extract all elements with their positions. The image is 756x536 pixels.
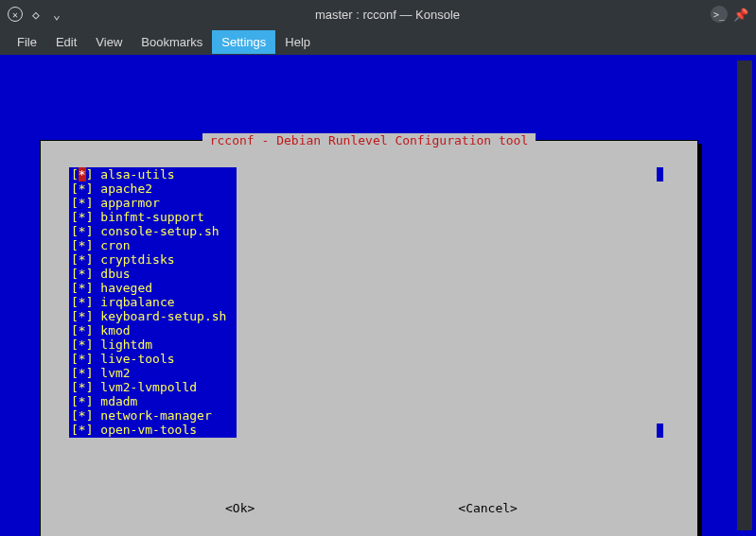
dialog-buttons: <Ok> <Cancel> xyxy=(41,501,697,515)
menubar: File Edit View Bookmarks Settings Help xyxy=(0,28,756,55)
terminal-icon[interactable]: >_ xyxy=(711,6,728,23)
menu-edit[interactable]: Edit xyxy=(46,30,86,54)
titlebar: ✕ ◇ ⌄ master : rcconf — Konsole >_ 📌 xyxy=(0,0,756,28)
titlebar-right-controls: >_ 📌 xyxy=(711,6,748,23)
service-item[interactable]: [*] cron xyxy=(69,238,237,252)
service-item[interactable]: [*] apparmor xyxy=(69,196,237,210)
chevron-down-icon[interactable]: ⌄ xyxy=(49,7,64,22)
service-item[interactable]: [*] binfmt-support xyxy=(69,210,237,224)
terminal-area: rcconf - Debian Runlevel Configuration t… xyxy=(0,55,756,536)
service-item[interactable]: [*] dbus xyxy=(69,267,237,281)
menu-help[interactable]: Help xyxy=(275,30,320,54)
service-item[interactable]: [*] console-setup.sh xyxy=(69,224,237,238)
titlebar-left-controls: ✕ ◇ ⌄ xyxy=(8,7,64,22)
menu-settings[interactable]: Settings xyxy=(212,30,275,54)
pin-icon[interactable]: 📌 xyxy=(733,7,748,22)
service-item[interactable]: [*] alsa-utils xyxy=(69,167,237,182)
service-listbox[interactable]: [*] alsa-utils[*] apache2[*] apparmor[*]… xyxy=(69,167,237,438)
diamond-icon[interactable]: ◇ xyxy=(28,7,44,22)
dialog-title: rcconf - Debian Runlevel Configuration t… xyxy=(202,133,536,147)
service-item[interactable]: [*] irqbalance xyxy=(69,295,237,309)
service-item[interactable]: [*] lvm2-lvmpolld xyxy=(69,380,237,394)
dialog-title-wrap: rcconf - Debian Runlevel Configuration t… xyxy=(41,133,697,147)
scroll-thumb-top xyxy=(657,167,663,182)
window-title: master : rcconf — Konsole xyxy=(64,8,711,22)
menu-bookmarks[interactable]: Bookmarks xyxy=(132,30,212,54)
ok-button[interactable]: <Ok> xyxy=(225,501,255,515)
service-item[interactable]: [*] lightdm xyxy=(69,337,237,352)
service-item[interactable]: [*] haveged xyxy=(69,281,237,295)
service-item[interactable]: [*] lvm2 xyxy=(69,366,237,380)
scroll-thumb-bottom xyxy=(657,424,663,438)
menu-file[interactable]: File xyxy=(8,30,46,54)
menu-view[interactable]: View xyxy=(86,30,132,54)
list-scroll-indicator xyxy=(657,167,663,438)
cancel-button[interactable]: <Cancel> xyxy=(458,501,518,515)
service-item[interactable]: [*] network-manager xyxy=(69,408,237,423)
service-item[interactable]: [*] keyboard-setup.sh xyxy=(69,309,237,323)
service-item[interactable]: [*] cryptdisks xyxy=(69,252,237,267)
rcconf-dialog: rcconf - Debian Runlevel Configuration t… xyxy=(40,140,698,536)
close-icon[interactable]: ✕ xyxy=(8,7,23,22)
service-item[interactable]: [*] open-vm-tools xyxy=(69,423,237,437)
service-item[interactable]: [*] apache2 xyxy=(69,182,237,196)
terminal-scrollbar[interactable] xyxy=(737,61,752,530)
service-item[interactable]: [*] mdadm xyxy=(69,394,237,408)
service-item[interactable]: [*] live-tools xyxy=(69,352,237,366)
service-item[interactable]: [*] kmod xyxy=(69,323,237,337)
